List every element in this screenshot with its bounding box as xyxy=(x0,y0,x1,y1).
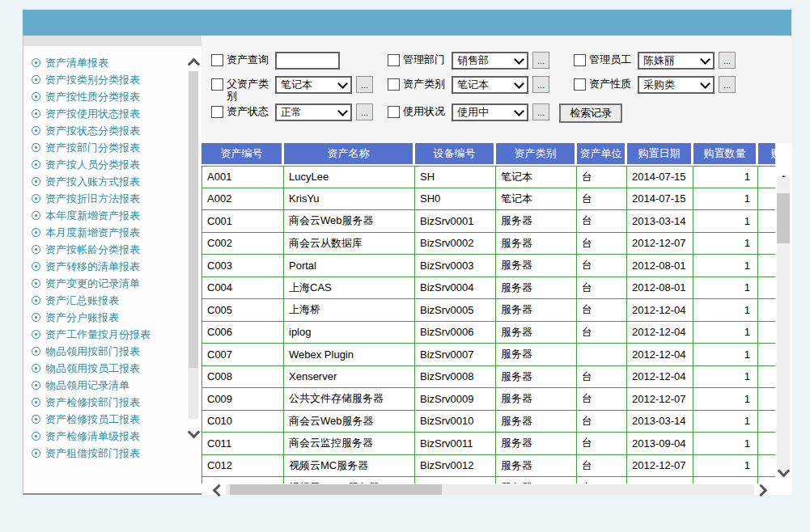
vertical-scroll-thumb[interactable] xyxy=(777,193,790,243)
scroll-left-icon[interactable] xyxy=(213,484,226,497)
horizontal-scroll-thumb[interactable] xyxy=(230,484,442,495)
sidebar-report-link[interactable]: 物品领用按员工报表 xyxy=(32,360,201,377)
usage-status-checkbox[interactable] xyxy=(388,106,400,118)
sidebar-report-link[interactable]: 资产按性质分类报表 xyxy=(32,88,201,105)
table-row[interactable]: A002KrisYuSH0笔记本台2014-07-151 xyxy=(201,188,775,211)
scroll-up-icon[interactable] xyxy=(188,58,201,71)
main-panel: 资产查询 管理部门 销售部 ... xyxy=(201,36,791,493)
sidebar-scroll-track[interactable] xyxy=(189,71,198,419)
table-row[interactable]: C005上海桥BizSrv0005服务器台2012-12-041 xyxy=(201,299,775,322)
table-row[interactable]: C011商会云监控服务器BizSrv0011服务器台2013-09-041 xyxy=(201,433,775,455)
asset-category-checkbox[interactable] xyxy=(388,78,400,91)
table-column-header[interactable]: 资产单位 xyxy=(577,143,627,166)
asset-nature-select[interactable]: 采购类 xyxy=(638,76,715,94)
table-row[interactable]: C013视频云Portal服务器BizSrv0013服务器台2012-02-03… xyxy=(201,477,775,483)
table-vertical-scrollbar[interactable] xyxy=(775,166,791,483)
table-horizontal-scrollbar[interactable] xyxy=(201,483,775,495)
sidebar-report-link[interactable]: 资产按状态分类报表 xyxy=(32,122,201,139)
asset-query-checkbox[interactable] xyxy=(211,54,223,66)
sidebar-report-link[interactable]: 资产租借按部门报表 xyxy=(32,445,201,462)
sidebar-report-link[interactable]: 资产汇总账报表 xyxy=(32,292,201,309)
bullet-radio-icon xyxy=(32,296,40,305)
sidebar-scroll-thumb[interactable] xyxy=(189,71,198,368)
sidebar-report-link[interactable]: 资产按帐龄分类报表 xyxy=(32,241,201,258)
table-row[interactable]: C003PortalBizSrv0003服务器台2012-08-011 xyxy=(201,255,775,277)
table-row[interactable]: C006iplogBizSrv0006服务器台2012-12-041 xyxy=(201,322,775,344)
table-row[interactable]: C010商会云Web服务器BizSrv0010服务器台2013-03-141 xyxy=(201,411,775,433)
manage-dept-checkbox[interactable] xyxy=(388,54,400,66)
sidebar-report-link[interactable]: 资产按折旧方法报表 xyxy=(32,190,201,207)
table-column-header[interactable]: 购置日期 xyxy=(627,143,693,166)
table-column-header[interactable]: 购置 xyxy=(758,143,775,166)
parent-category-more-button[interactable]: ... xyxy=(356,76,373,93)
table-cell: 2012-12-07 xyxy=(627,233,693,255)
table-column-header[interactable]: 资产类别 xyxy=(496,143,577,166)
asset-nature-more-button[interactable]: ... xyxy=(719,76,736,93)
asset-nature-checkbox[interactable] xyxy=(574,78,586,91)
scroll-down-icon[interactable] xyxy=(188,426,201,439)
sidebar-report-link[interactable]: 资产分户账报表 xyxy=(32,309,201,326)
table-row[interactable]: C007Webex PluginBizSrv0007服务器2012-12-041 xyxy=(201,344,775,366)
sidebar-item-label: 资产按类别分类报表 xyxy=(45,73,140,87)
sidebar-report-link[interactable]: 资产检修清单级报表 xyxy=(32,428,201,445)
asset-category-select[interactable]: 笔记本 xyxy=(452,76,528,94)
asset-query-input[interactable] xyxy=(275,52,340,70)
sidebar-item-label: 资产检修按部门报表 xyxy=(45,395,140,410)
manage-dept-select[interactable]: 销售部 xyxy=(452,52,528,70)
sidebar-report-link[interactable]: 资产按使用状态报表 xyxy=(32,105,201,122)
sidebar-report-link[interactable]: 资产按入账方式报表 xyxy=(32,173,201,190)
sidebar-report-link[interactable]: 资产检修按员工报表 xyxy=(32,411,201,428)
table-row[interactable]: C001商会云Web服务器BizSrv0001服务器台2013-03-141 xyxy=(201,210,775,233)
manage-dept-select-value: 销售部 xyxy=(457,53,489,68)
sidebar-report-link[interactable]: 资产按类别分类报表 xyxy=(32,71,201,88)
sidebar-item-label: 资产按帐龄分类报表 xyxy=(45,243,140,257)
table-column-header[interactable]: 设备编号 xyxy=(415,143,496,166)
vertical-scroll-track[interactable] xyxy=(777,177,790,472)
sidebar-scrollbar[interactable] xyxy=(188,58,199,437)
sidebar-report-link[interactable]: 物品领用记录清单 xyxy=(32,377,201,394)
table-cell: C003 xyxy=(201,255,284,277)
scroll-right-icon[interactable] xyxy=(755,484,768,497)
table-row[interactable]: C009公共文件存储服务器BizSrv0009服务器台2012-12-071 xyxy=(201,388,775,411)
usage-status-more-button[interactable]: ... xyxy=(532,103,549,120)
sidebar-report-link[interactable]: 物品领用按部门报表 xyxy=(32,343,201,360)
sidebar-report-link[interactable]: 资产工作量按月份报表 xyxy=(32,326,201,343)
table-cell: 服务器 xyxy=(496,277,577,300)
sidebar-report-link[interactable]: 资产检修按部门报表 xyxy=(32,394,201,411)
asset-status-more-button[interactable]: ... xyxy=(356,103,373,120)
sidebar-report-link[interactable]: 资产变更的记录清单 xyxy=(32,275,201,292)
usage-status-select[interactable]: 使用中 xyxy=(452,103,528,121)
horizontal-scroll-track[interactable] xyxy=(226,484,754,495)
sidebar-report-link[interactable]: 资产清单报表 xyxy=(32,54,201,71)
sidebar-report-link[interactable]: 资产按部门分类报表 xyxy=(32,139,201,156)
table-column-header[interactable]: 资产编号 xyxy=(201,143,284,166)
manage-staff-more-button[interactable]: ... xyxy=(719,52,736,69)
table-row[interactable]: C004上海CASBizSrv0004服务器台2012-08-011 xyxy=(201,277,775,300)
asset-status-checkbox[interactable] xyxy=(211,106,223,118)
sidebar-report-link[interactable]: 本月度新增资产报表 xyxy=(32,224,201,241)
table-cell: 2012-12-04 xyxy=(627,299,693,322)
search-records-button[interactable]: 检索记录 xyxy=(559,103,622,123)
table-row[interactable]: C012视频云MC服务器BizSrv0012服务器台2012-12-071 xyxy=(201,455,775,478)
asset-category-more-button[interactable]: ... xyxy=(532,76,549,93)
table-row[interactable]: A001LucyLeeSH笔记本台2014-07-151 xyxy=(201,166,775,188)
parent-category-select[interactable]: 笔记本 xyxy=(275,76,352,94)
bullet-radio-icon xyxy=(32,126,40,135)
manage-staff-checkbox[interactable] xyxy=(574,54,586,66)
sidebar-report-link[interactable]: 资产转移的清单报表 xyxy=(32,258,201,275)
manage-dept-more-button[interactable]: ... xyxy=(532,52,549,69)
asset-status-select[interactable]: 正常 xyxy=(275,103,352,121)
table-cell: 2012-12-04 xyxy=(627,322,693,344)
table-column-header[interactable]: 购置数量 xyxy=(693,143,758,166)
table-column-header[interactable]: 资产名称 xyxy=(284,143,415,166)
table-cell xyxy=(758,433,775,455)
manage-staff-select[interactable]: 陈姝丽 xyxy=(638,52,715,70)
table-cell: KrisYu xyxy=(284,188,415,211)
table-cell: BizSrv0010 xyxy=(415,411,496,433)
sidebar-report-link[interactable]: 本年度新增资产报表 xyxy=(32,207,201,224)
table-row[interactable]: C002商会云从数据库BizSrv0002服务器台2012-12-071 xyxy=(201,233,775,255)
sidebar-report-link[interactable]: 资产按人员分类报表 xyxy=(32,156,201,173)
parent-category-checkbox[interactable] xyxy=(211,78,223,91)
table-cell: 台 xyxy=(577,210,627,233)
table-row[interactable]: C008XenserverBizSrv0008服务器台2012-12-041 xyxy=(201,366,775,389)
